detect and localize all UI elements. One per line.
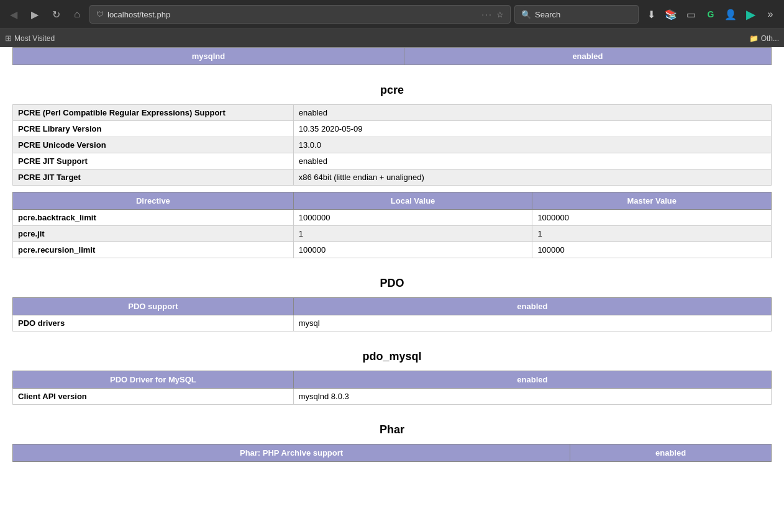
table-row: pcre.recursion_limit 100000 100000 (13, 242, 772, 258)
table-row: PCRE JIT Target x86 64bit (little endian… (13, 169, 772, 186)
browser-chrome: ◀ ▶ ↻ ⌂ 🛡 localhost/test.php ··· ☆ 🔍 Sea… (0, 0, 784, 47)
table-row: PDO Driver for MySQL enabled (13, 371, 772, 389)
most-visited-label[interactable]: Most Visited (14, 34, 55, 43)
pcre-recursion-key: pcre.recursion_limit (13, 242, 294, 258)
table-row: pcre.backtrack_limit 1000000 1000000 (13, 210, 772, 226)
folder-icon: 📁 (749, 34, 759, 43)
browser-toolbar: ◀ ▶ ↻ ⌂ 🛡 localhost/test.php ··· ☆ 🔍 Sea… (0, 0, 784, 29)
pdo-enabled-header: enabled (293, 298, 771, 315)
other-bookmarks[interactable]: 📁 Oth... (749, 34, 779, 43)
pcre-jit-target-key: PCRE JIT Target (13, 169, 294, 186)
mysqlnd-top-table: mysqlnd enabled (12, 47, 772, 65)
pdo-mysql-info-table: PDO Driver for MySQL enabled Client API … (12, 371, 772, 405)
table-row: PCRE Library Version 10.35 2020-05-09 (13, 121, 772, 137)
pcre-jit-key: pcre.jit (13, 226, 294, 242)
pdo-drivers-value: mysql (293, 315, 771, 331)
mysqlnd-header: mysqlnd (13, 48, 404, 65)
toolbar-icons: ⬇ 📚 ▭ G 👤 ▶ » (642, 6, 779, 23)
url-text: localhost/test.php (107, 10, 478, 19)
url-bar[interactable]: 🛡 localhost/test.php ··· ☆ (89, 5, 511, 24)
back-button[interactable]: ◀ (5, 6, 22, 23)
sidebar-icon[interactable]: ▭ (682, 6, 700, 23)
pcre-info-table: PCRE (Perl Compatible Regular Expression… (12, 104, 772, 186)
pcre-section-title: pcre (12, 71, 772, 104)
download-icon[interactable]: ⬇ (642, 6, 660, 23)
profile-icon[interactable]: 👤 (722, 6, 739, 23)
table-row: PDO drivers mysql (13, 315, 772, 331)
pdo-support-header: PDO support (13, 298, 294, 315)
url-dots-menu: ··· (481, 9, 493, 19)
pcre-unicode-value: 13.0.0 (293, 137, 771, 153)
directive-col-header: Directive (13, 192, 294, 210)
pcre-recursion-local: 100000 (293, 242, 532, 258)
pcre-support-value: enabled (293, 105, 771, 121)
local-value-col-header: Local Value (293, 192, 532, 210)
search-bar[interactable]: 🔍 Search (514, 5, 639, 24)
table-row: Directive Local Value Master Value (13, 192, 772, 210)
bookmark-icon[interactable]: ☆ (496, 10, 504, 19)
table-row: PDO support enabled (13, 298, 772, 315)
pdo-section-title: PDO (12, 264, 772, 297)
table-row: pcre.jit 1 1 (13, 226, 772, 242)
pdo-mysql-section-title: pdo_mysql (12, 338, 772, 371)
pcre-backtrack-key: pcre.backtrack_limit (13, 210, 294, 226)
table-row: PCRE Unicode Version 13.0.0 (13, 137, 772, 153)
bookmarks-bar: ⊞ Most Visited 📁 Oth... (0, 29, 784, 47)
more-icon[interactable]: » (762, 6, 779, 23)
pcre-directive-table: Directive Local Value Master Value pcre.… (12, 192, 772, 258)
pdo-mysql-enabled-header: enabled (293, 371, 771, 389)
phar-enabled-header: enabled (570, 444, 772, 462)
pcre-recursion-master: 100000 (532, 242, 772, 258)
mysqlnd-enabled-header: enabled (404, 48, 771, 65)
reload-button[interactable]: ↻ (47, 6, 65, 23)
phar-support-header: Phar: PHP Archive support (13, 444, 570, 462)
table-row: PCRE (Perl Compatible Regular Expression… (13, 105, 772, 121)
home-button[interactable]: ⌂ (68, 6, 86, 23)
pcre-jit-support-key: PCRE JIT Support (13, 153, 294, 169)
pcre-unicode-key: PCRE Unicode Version (13, 137, 294, 153)
pcre-lib-version-value: 10.35 2020-05-09 (293, 121, 771, 137)
pcre-jit-target-value: x86 64bit (little endian + unaligned) (293, 169, 771, 186)
pcre-backtrack-local: 1000000 (293, 210, 532, 226)
table-row: PCRE JIT Support enabled (13, 153, 772, 169)
library-icon[interactable]: 📚 (662, 6, 680, 23)
pcre-backtrack-master: 1000000 (532, 210, 772, 226)
phar-section-title: Phar (12, 411, 772, 444)
search-icon: 🔍 (521, 10, 531, 19)
master-value-col-header: Master Value (532, 192, 772, 210)
grammarly-icon[interactable]: G (702, 6, 719, 23)
shield-icon: 🛡 (96, 10, 104, 19)
pcre-jit-master: 1 (532, 226, 772, 242)
pdo-info-table: PDO support enabled PDO drivers mysql (12, 297, 772, 331)
search-label: Search (535, 10, 560, 19)
table-row: Phar: PHP Archive support enabled (13, 444, 772, 462)
bookmarks-icon: ⊞ (5, 34, 12, 43)
client-api-value: mysqlnd 8.0.3 (293, 389, 771, 405)
others-label: Oth... (761, 34, 779, 43)
pcre-support-key: PCRE (Perl Compatible Regular Expression… (13, 105, 294, 121)
pcre-lib-version-key: PCRE Library Version (13, 121, 294, 137)
table-row: Client API version mysqlnd 8.0.3 (13, 389, 772, 405)
table-row: mysqlnd enabled (13, 48, 772, 65)
phar-info-table: Phar: PHP Archive support enabled (12, 444, 772, 462)
page-content: mysqlnd enabled pcre PCRE (Perl Compatib… (0, 47, 784, 532)
pcre-jit-support-value: enabled (293, 153, 771, 169)
pcre-jit-local: 1 (293, 226, 532, 242)
pdo-driver-mysql-header: PDO Driver for MySQL (13, 371, 294, 389)
forward-button[interactable]: ▶ (26, 6, 43, 23)
client-api-key: Client API version (13, 389, 294, 405)
pdo-drivers-key: PDO drivers (13, 315, 294, 331)
extensions-icon[interactable]: ▶ (742, 6, 759, 23)
